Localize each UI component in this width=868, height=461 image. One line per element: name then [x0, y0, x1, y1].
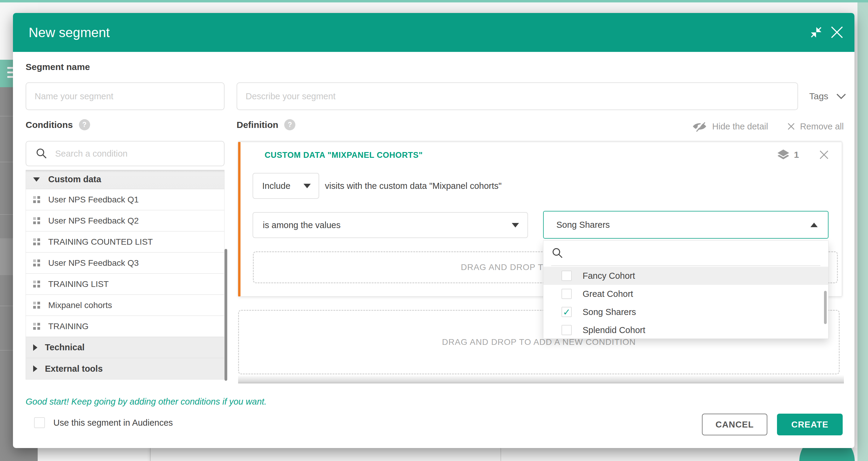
modal-title: New segment: [29, 13, 110, 52]
layers-icon: [777, 149, 789, 161]
drag-handle-icon: [33, 259, 40, 266]
search-icon: [35, 147, 48, 160]
caret-up-icon: [810, 223, 818, 227]
option-row[interactable]: Great Cohort: [544, 285, 828, 303]
drag-handle-icon: [33, 217, 40, 224]
option-row[interactable]: Fancy Cohort: [544, 267, 828, 285]
close-condition-icon[interactable]: [818, 149, 830, 161]
option-row[interactable]: Splendid Cohort: [544, 321, 828, 339]
triangle-right-icon: [33, 365, 37, 372]
include-dropdown[interactable]: Include: [253, 173, 319, 199]
group-technical[interactable]: Technical: [26, 337, 224, 358]
caret-down-icon: [304, 184, 311, 188]
tags-dropdown[interactable]: Tags: [809, 82, 846, 110]
condition-item[interactable]: User NPS Feedback Q1: [26, 189, 224, 210]
remove-all-icon: [786, 122, 796, 131]
create-button[interactable]: CREATE: [777, 414, 843, 435]
group-external-tools[interactable]: External tools: [26, 358, 224, 379]
condition-search-box: [26, 141, 224, 166]
condition-sentence: visits with the custom data "Mixpanel co…: [325, 173, 501, 199]
drag-handle-icon: [33, 238, 40, 245]
drag-handle-icon: [33, 196, 40, 203]
new-segment-modal: New segment Segment name Tags: [13, 13, 855, 448]
tags-label: Tags: [809, 91, 828, 102]
condition-item[interactable]: TRAINING: [26, 316, 224, 337]
option-row[interactable]: Song Sharers: [544, 303, 828, 321]
condition-item[interactable]: User NPS Feedback Q2: [26, 210, 224, 231]
checkbox[interactable]: [561, 325, 572, 335]
audiences-checkbox-row[interactable]: Use this segment in Audiences: [26, 417, 173, 428]
caret-down-icon: [512, 223, 519, 228]
drag-handle-icon: [33, 281, 40, 288]
segment-name-label: Segment name: [26, 62, 90, 72]
audiences-label: Use this segment in Audiences: [53, 418, 173, 428]
cancel-button[interactable]: CANCEL: [702, 414, 767, 435]
conditions-list: Custom data User NPS Feedback Q1 User NP…: [26, 170, 224, 379]
page-right-panel: [858, 2, 868, 461]
definition-scroll-shadow: [238, 375, 844, 383]
segment-description-input[interactable]: [237, 82, 798, 110]
hide-detail-button[interactable]: Hide the detail: [712, 122, 768, 132]
dropdown-scrollbar[interactable]: [824, 291, 827, 324]
close-icon[interactable]: [830, 26, 844, 39]
segment-name-input[interactable]: [26, 82, 224, 110]
condition-item[interactable]: Mixpanel cohorts: [26, 295, 224, 316]
help-icon[interactable]: ?: [284, 119, 296, 130]
condition-item[interactable]: TRAINING LIST: [26, 273, 224, 295]
operator-dropdown[interactable]: is among the values: [253, 212, 528, 238]
value-dropdown[interactable]: Song Sharers: [543, 211, 829, 239]
remove-all-button[interactable]: Remove all: [800, 122, 844, 132]
collapse-icon[interactable]: [809, 26, 823, 39]
condition-search-input[interactable]: [55, 148, 211, 159]
value-dropdown-panel: Fancy Cohort Great Cohort Song Sharers S…: [543, 240, 829, 339]
checkbox[interactable]: [34, 417, 45, 428]
checkbox-checked[interactable]: [561, 307, 572, 317]
tip-text: Good start! Keep going by adding other c…: [26, 397, 267, 407]
chevron-down-icon: [836, 93, 846, 99]
modal-header: New segment: [13, 13, 855, 52]
screen: New segment Segment name Tags: [0, 0, 868, 461]
condition-item[interactable]: TRAINING COUNTED LIST: [26, 231, 224, 253]
page-content-behind-modal: [38, 448, 858, 461]
conditions-heading: Conditions ?: [26, 119, 90, 130]
drag-handle-icon: [33, 302, 40, 309]
condition-item[interactable]: User NPS Feedback Q3: [26, 253, 224, 273]
eye-slash-icon: [692, 120, 707, 133]
search-icon: [551, 247, 564, 259]
drag-handle-icon: [33, 323, 40, 330]
group-custom-data[interactable]: Custom data: [26, 170, 224, 189]
help-icon[interactable]: ?: [79, 119, 90, 130]
conditions-scrollbar[interactable]: [224, 249, 227, 381]
condition-card-title: CUSTOM DATA "MIXPANEL COHORTS": [265, 150, 423, 160]
stack-count: 1: [794, 150, 799, 160]
triangle-down-icon: [33, 177, 40, 182]
page-top-bar: [0, 0, 868, 2]
checkbox[interactable]: [561, 289, 572, 299]
definition-heading: Definition ?: [237, 119, 296, 130]
checkbox[interactable]: [561, 270, 572, 281]
triangle-right-icon: [33, 344, 37, 351]
